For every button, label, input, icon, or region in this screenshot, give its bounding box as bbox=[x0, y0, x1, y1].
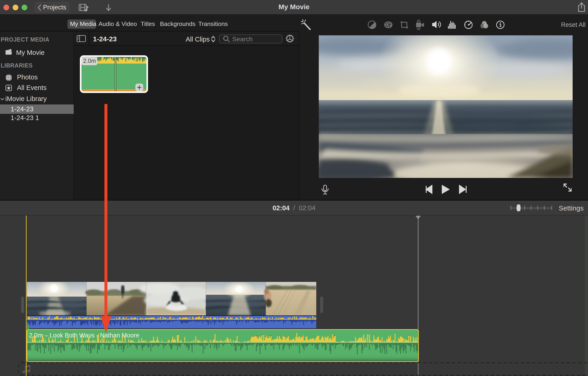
svg-text:2.0m: 2.0m bbox=[83, 58, 96, 64]
svg-text:2.0m – Look Both Ways - Nathan: 2.0m – Look Both Ways - Nathan Moore bbox=[29, 332, 139, 339]
